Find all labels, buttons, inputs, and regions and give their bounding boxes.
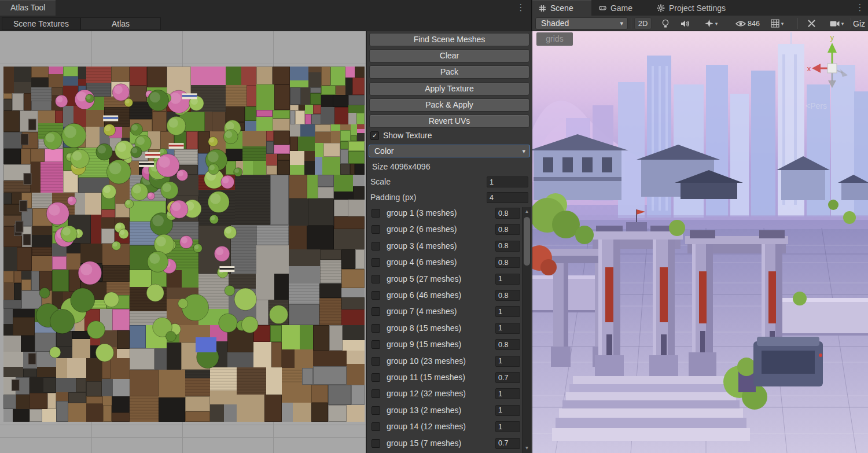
group-checkbox[interactable] <box>372 406 380 415</box>
gizmos-dropdown[interactable]: Giz <box>853 17 868 30</box>
scene-viewport[interactable]: grids <Pers y x <box>532 31 868 453</box>
group-scale-input[interactable] <box>495 339 520 350</box>
group-row: group 2 (6 meshes) <box>367 223 522 238</box>
group-label: group 15 (7 meshes) <box>387 439 461 448</box>
atlas-tool-window-tab[interactable]: Atlas Tool <box>0 0 56 16</box>
scene-camera-dropdown[interactable]: ▾ <box>824 17 849 30</box>
tab-atlas[interactable]: Atlas <box>80 17 161 30</box>
grid-visibility-dropdown[interactable]: ▾ <box>765 17 789 30</box>
pack-button[interactable]: Pack <box>369 65 529 79</box>
scrollbar-thumb[interactable] <box>524 217 530 266</box>
preview-gridline <box>0 64 366 64</box>
group-row: group 14 (12 meshes) <box>367 420 522 436</box>
group-scale-input[interactable] <box>495 224 520 235</box>
scene-grid-icon <box>539 5 546 12</box>
group-checkbox[interactable] <box>372 389 380 398</box>
scene-lighting-toggle[interactable] <box>659 17 672 30</box>
orientation-gizmo[interactable]: y x <box>804 34 860 94</box>
2d-toggle[interactable]: 2D <box>634 17 652 30</box>
axis-neg-y-handle[interactable] <box>828 80 836 88</box>
scroll-up-icon[interactable]: ▲ <box>523 208 531 216</box>
group-scale-input[interactable] <box>495 421 520 432</box>
show-texture-checkbox[interactable]: ✓ <box>370 131 379 140</box>
crossed-tools-icon <box>807 19 816 28</box>
group-checkbox[interactable] <box>372 422 380 431</box>
shading-mode-dropdown[interactable]: Shaded ▾ <box>535 17 628 30</box>
group-scale-input[interactable] <box>495 405 520 416</box>
group-scale-input[interactable] <box>495 323 520 334</box>
group-checkbox[interactable] <box>372 209 380 218</box>
group-checkbox[interactable] <box>372 373 380 382</box>
group-scale-input[interactable] <box>495 356 520 367</box>
group-checkbox[interactable] <box>372 225 380 234</box>
speaker-icon <box>681 20 690 28</box>
group-row: group 8 (15 meshes) <box>367 322 522 337</box>
group-scale-input[interactable] <box>495 241 520 252</box>
group-scale-input[interactable] <box>495 290 520 301</box>
pack-and-apply-button[interactable]: Pack & Apply <box>369 98 529 112</box>
atlas-tool-window: Atlas Tool ⋮ Scene Textures Atlas Find S… <box>0 0 532 453</box>
group-scale-input[interactable] <box>495 257 520 268</box>
group-checkbox[interactable] <box>372 324 380 333</box>
group-checkbox[interactable] <box>372 275 380 283</box>
group-checkbox[interactable] <box>372 242 380 251</box>
group-scale-input[interactable] <box>495 306 520 317</box>
tab-game-label: Game <box>610 3 632 13</box>
texture-mode-dropdown[interactable]: Color ▾ <box>369 145 530 157</box>
group-checkbox[interactable] <box>372 307 380 316</box>
group-label: group 14 (12 meshes) <box>387 422 466 431</box>
group-row: group 10 (23 meshes) <box>367 355 522 370</box>
group-scale-input[interactable] <box>495 438 520 449</box>
show-texture-row: ✓ Show Texture <box>370 131 527 141</box>
group-checkbox[interactable] <box>372 258 380 267</box>
gizmo-center-cube[interactable] <box>827 64 837 73</box>
group-scale-input[interactable] <box>495 274 520 285</box>
padding-input[interactable] <box>487 192 528 203</box>
hidden-object-count: 846 <box>748 20 760 28</box>
scroll-down-icon[interactable]: ▼ <box>523 444 531 452</box>
group-checkbox[interactable] <box>372 291 380 300</box>
scale-input[interactable] <box>487 176 528 187</box>
camera-icon <box>830 20 840 27</box>
scene-audio-toggle[interactable] <box>678 17 692 30</box>
axis-z-handle[interactable] <box>840 69 848 77</box>
tab-game[interactable]: Game <box>593 0 639 16</box>
scene-effects-dropdown[interactable]: ▾ <box>699 17 723 30</box>
scale-label: Scale <box>370 177 391 186</box>
group-label: group 1 (3 meshes) <box>387 208 457 218</box>
grids-overlay-chip[interactable]: grids <box>536 32 573 46</box>
atlas-window-menu-icon[interactable]: ⋮ <box>516 3 525 12</box>
tab-scene[interactable]: Scene <box>532 0 591 16</box>
group-scale-input[interactable] <box>495 208 520 219</box>
revert-uvs-button[interactable]: Revert UVs <box>369 115 529 128</box>
tab-project-settings[interactable]: Project Settings <box>650 0 748 16</box>
axis-x-handle[interactable] <box>812 64 821 73</box>
eye-icon <box>735 20 746 27</box>
chevron-down-icon: ▾ <box>841 21 844 27</box>
unity-editor: Atlas Tool ⋮ Scene Textures Atlas Find S… <box>0 0 868 453</box>
apply-texture-button[interactable]: Apply Texture <box>369 82 529 95</box>
group-row: group 9 (15 meshes) <box>367 338 522 353</box>
tab-scene-textures[interactable]: Scene Textures <box>2 17 80 30</box>
padding-label: Padding (px) <box>370 193 416 202</box>
group-row: group 13 (2 meshes) <box>367 404 522 419</box>
group-list-scrollbar[interactable]: ▲ ▼ <box>522 207 531 453</box>
group-checkbox[interactable] <box>372 439 380 448</box>
find-scene-meshes-button[interactable]: Find Scene Meshes <box>369 33 529 46</box>
axis-y-label: y <box>830 34 834 42</box>
axis-y-handle[interactable] <box>827 43 837 53</box>
scene-visibility-toggle[interactable]: 846 <box>733 17 763 30</box>
texture-mode-value: Color <box>374 146 393 156</box>
toolbar-separator <box>851 18 851 29</box>
group-label: group 10 (23 meshes) <box>387 356 466 366</box>
group-checkbox[interactable] <box>372 357 380 366</box>
scene-tools-button[interactable] <box>804 17 818 30</box>
clear-button[interactable]: Clear <box>369 49 529 62</box>
group-label: group 12 (32 meshes) <box>387 389 466 398</box>
show-texture-label: Show Texture <box>383 131 432 140</box>
group-scale-input[interactable] <box>495 372 520 383</box>
scene-window-menu-icon[interactable]: ⋮ <box>855 3 865 12</box>
group-label: group 6 (46 meshes) <box>387 290 461 300</box>
group-checkbox[interactable] <box>372 340 380 349</box>
group-scale-input[interactable] <box>495 388 520 399</box>
